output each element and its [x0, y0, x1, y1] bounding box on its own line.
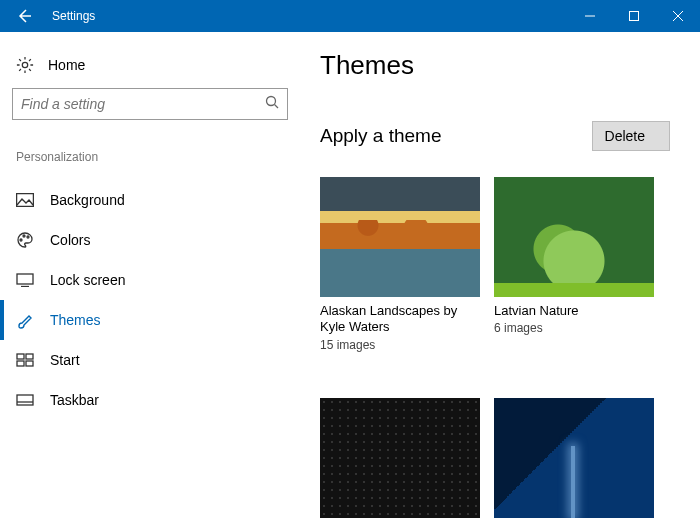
theme-card[interactable]	[320, 398, 480, 518]
sidebar-item-colors[interactable]: Colors	[12, 220, 288, 260]
home-link[interactable]: Home	[12, 50, 288, 88]
monitor-icon	[16, 271, 34, 289]
theme-thumbnail	[494, 177, 654, 297]
theme-accent-stripe	[320, 283, 480, 297]
svg-point-8	[20, 239, 22, 241]
sidebar-item-label: Lock screen	[50, 272, 125, 288]
svg-rect-16	[26, 361, 33, 366]
search-box[interactable]	[12, 88, 288, 120]
gear-icon	[16, 56, 34, 74]
svg-rect-1	[630, 12, 639, 21]
theme-thumbnail	[320, 177, 480, 297]
window-title: Settings	[52, 9, 95, 23]
image-icon	[16, 191, 34, 209]
svg-point-5	[267, 97, 276, 106]
theme-title: Alaskan Landscapes by Kyle Waters	[320, 303, 480, 336]
delete-button[interactable]: Delete	[592, 121, 670, 151]
theme-card[interactable]: Alaskan Landscapes by Kyle Waters 15 ima…	[320, 177, 480, 352]
sidebar-item-background[interactable]: Background	[12, 180, 288, 220]
theme-thumbnail	[320, 398, 480, 518]
theme-title: Latvian Nature	[494, 303, 654, 319]
svg-rect-15	[17, 361, 24, 366]
search-icon	[265, 95, 279, 113]
theme-thumbnail	[494, 398, 654, 518]
svg-point-10	[27, 236, 29, 238]
sidebar: Home Personalization Background Colors L…	[0, 32, 300, 530]
brush-icon	[16, 311, 34, 329]
svg-rect-11	[17, 274, 33, 284]
section-title: Apply a theme	[320, 125, 441, 147]
back-button[interactable]	[0, 0, 48, 32]
sidebar-item-themes[interactable]: Themes	[12, 300, 288, 340]
svg-point-4	[22, 62, 27, 67]
svg-rect-14	[26, 354, 33, 359]
sidebar-item-label: Colors	[50, 232, 90, 248]
titlebar: Settings	[0, 0, 700, 32]
sidebar-item-label: Taskbar	[50, 392, 99, 408]
sidebar-item-lockscreen[interactable]: Lock screen	[12, 260, 288, 300]
theme-accent-stripe	[494, 283, 654, 297]
palette-icon	[16, 231, 34, 249]
theme-card[interactable]	[494, 398, 654, 518]
svg-rect-7	[17, 194, 34, 207]
sidebar-item-label: Background	[50, 192, 125, 208]
sidebar-item-label: Start	[50, 352, 80, 368]
maximize-button[interactable]	[612, 0, 656, 32]
sidebar-item-taskbar[interactable]: Taskbar	[12, 380, 288, 420]
svg-line-6	[275, 105, 279, 109]
minimize-button[interactable]	[568, 0, 612, 32]
sidebar-item-start[interactable]: Start	[12, 340, 288, 380]
theme-card[interactable]: Latvian Nature 6 images	[494, 177, 654, 352]
home-label: Home	[48, 57, 85, 73]
main-content: Themes Apply a theme Delete Alaskan Land…	[300, 32, 700, 530]
svg-rect-17	[17, 395, 33, 405]
search-input[interactable]	[21, 96, 265, 112]
page-title: Themes	[320, 50, 670, 81]
close-button[interactable]	[656, 0, 700, 32]
start-icon	[16, 351, 34, 369]
category-label: Personalization	[16, 150, 288, 164]
theme-subtitle: 6 images	[494, 321, 654, 335]
theme-subtitle: 15 images	[320, 338, 480, 352]
sidebar-item-label: Themes	[50, 312, 101, 328]
svg-point-9	[23, 235, 25, 237]
svg-rect-13	[17, 354, 24, 359]
window-controls	[568, 0, 700, 32]
taskbar-icon	[16, 391, 34, 409]
